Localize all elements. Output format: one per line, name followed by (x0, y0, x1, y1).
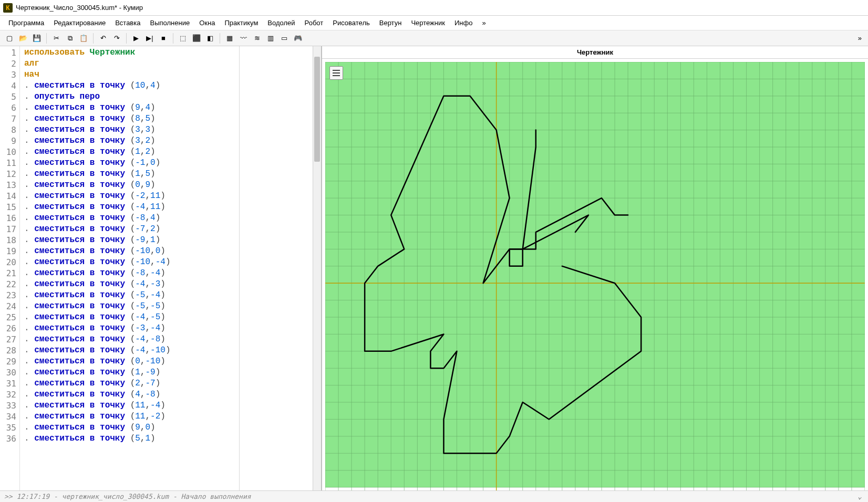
scrollbar-thumb[interactable] (314, 57, 320, 162)
menu-Редактирование[interactable]: Редактирование (49, 17, 110, 29)
drawer-pane: Чертежник (322, 46, 868, 490)
grid1-icon[interactable]: ▦ (223, 32, 236, 45)
menu-Выполнение[interactable]: Выполнение (146, 17, 194, 29)
wave2-icon[interactable]: ≋ (251, 32, 263, 45)
menu-Вставка[interactable]: Вставка (111, 17, 144, 29)
grid2-icon[interactable]: ▥ (264, 32, 277, 45)
hamburger-button[interactable] (329, 66, 343, 80)
menu-Окна[interactable]: Окна (195, 17, 219, 29)
app-icon: К (3, 3, 13, 13)
layout3-icon[interactable]: ◧ (204, 32, 216, 45)
paste-icon[interactable]: 📋 (77, 32, 90, 45)
undo-icon[interactable]: ↶ (97, 32, 109, 45)
menu-Программа[interactable]: Программа (4, 17, 48, 29)
menu-Инфо[interactable]: Инфо (450, 17, 477, 29)
line-gutter: 1234567891011121314151617181920212223242… (0, 46, 20, 490)
drawer-canvas[interactable] (325, 62, 865, 490)
menu-Рисователь[interactable]: Рисователь (328, 17, 374, 29)
code-margin (239, 46, 313, 490)
editor-body: 1234567891011121314151617181920212223242… (0, 46, 321, 490)
run-icon[interactable]: ▶ (130, 32, 142, 45)
layout2-icon[interactable]: ⬛ (190, 32, 203, 45)
menubar: ПрограммаРедактированиеВставкаВыполнение… (0, 16, 868, 30)
new-icon[interactable]: ▢ (3, 32, 16, 45)
status-chevron-icon[interactable]: ⌄ (855, 493, 864, 500)
editor-scrollbar[interactable] (313, 46, 321, 490)
copy-icon[interactable]: ⧉ (64, 32, 76, 45)
menu-Практикум[interactable]: Практикум (220, 17, 262, 29)
redo-icon[interactable]: ↷ (110, 32, 123, 45)
toolbar: ▢📂💾✂⧉📋↶↷▶▶|■⬚⬛◧▦〰≋▥▭🎮» (0, 30, 868, 46)
save-icon[interactable]: 💾 (30, 32, 43, 45)
step-icon[interactable]: ▶| (143, 32, 156, 45)
cut-icon[interactable]: ✂ (50, 32, 63, 45)
toolbar-overflow[interactable]: » (855, 34, 865, 42)
menu-Вертун[interactable]: Вертун (375, 17, 406, 29)
editor-pane: 1234567891011121314151617181920212223242… (0, 46, 322, 490)
stop-icon[interactable]: ■ (157, 32, 170, 45)
menu-»[interactable]: » (478, 17, 490, 29)
ctrl-icon[interactable]: 🎮 (292, 32, 304, 45)
pic-icon[interactable]: ▭ (278, 32, 291, 45)
drawer-title: Чертежник (322, 46, 868, 59)
status-text: >> 12:17:19 - чертежник_число_300045.kum… (4, 493, 251, 500)
main-area: 1234567891011121314151617181920212223242… (0, 46, 868, 490)
code-area[interactable]: использовать Чертежникалгнач. сместиться… (20, 46, 239, 490)
titlebar: К Чертежник_Число_300045.kum* - Кумир (0, 0, 868, 16)
menu-Чертежник[interactable]: Чертежник (407, 17, 449, 29)
window-title: Чертежник_Число_300045.kum* - Кумир (16, 4, 143, 12)
open-icon[interactable]: 📂 (17, 32, 29, 45)
statusbar: >> 12:17:19 - чертежник_число_300045.kum… (0, 490, 868, 502)
wave1-icon[interactable]: 〰 (237, 32, 250, 45)
canvas-wrap (322, 59, 868, 490)
menu-Водолей[interactable]: Водолей (263, 17, 299, 29)
layout1-icon[interactable]: ⬚ (177, 32, 189, 45)
menu-Робот[interactable]: Робот (301, 17, 328, 29)
